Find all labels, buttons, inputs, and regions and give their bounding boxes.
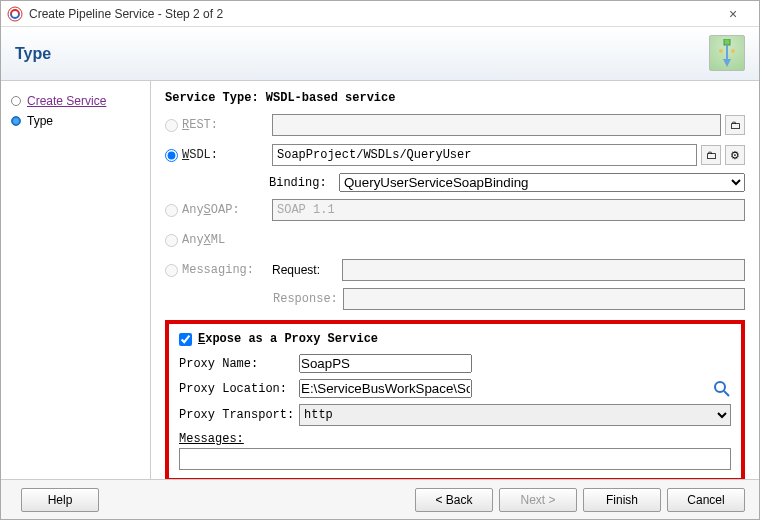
- proxy-transport-row: Proxy Transport: http: [179, 404, 731, 426]
- step-dot-icon: [11, 96, 21, 106]
- sidebar-item-label: Type: [27, 114, 53, 128]
- expose-label: Expose as a Proxy Service: [198, 332, 378, 346]
- anysoap-radio: [165, 204, 178, 217]
- app-icon: [7, 6, 23, 22]
- response-label: Response:: [273, 292, 343, 306]
- browse-icon[interactable]: 🗀: [725, 115, 745, 135]
- proxy-name-input[interactable]: [299, 354, 472, 373]
- proxy-location-row: Proxy Location:: [179, 379, 731, 398]
- sidebar: Create Service Type: [1, 81, 151, 479]
- svg-point-4: [719, 49, 723, 53]
- expose-row: Expose as a Proxy Service: [179, 332, 731, 346]
- anysoap-input: [272, 199, 745, 221]
- anysoap-label: Any SOAP:: [182, 203, 272, 217]
- banner: Type: [1, 27, 759, 81]
- back-button[interactable]: < Back: [415, 488, 493, 512]
- rest-input: [272, 114, 721, 136]
- cancel-button[interactable]: Cancel: [667, 488, 745, 512]
- search-icon[interactable]: [713, 380, 731, 398]
- proxy-name-row: Proxy Name:: [179, 354, 731, 373]
- sidebar-item-type[interactable]: Type: [1, 111, 150, 131]
- request-label: Request:: [272, 263, 342, 277]
- footer: Help < Back Next > Finish Cancel: [1, 479, 759, 519]
- proxy-location-label: Proxy Location:: [179, 382, 299, 396]
- browse-icon[interactable]: 🗀: [701, 145, 721, 165]
- gear-icon[interactable]: ⚙: [725, 145, 745, 165]
- proxy-name-label: Proxy Name:: [179, 357, 299, 371]
- svg-line-7: [724, 391, 729, 396]
- wsdl-input[interactable]: [272, 144, 697, 166]
- svg-point-6: [715, 382, 725, 392]
- rest-radio: [165, 119, 178, 132]
- messages-row: Messages:: [179, 432, 731, 446]
- messages-area: [179, 448, 731, 470]
- help-button[interactable]: Help: [21, 488, 99, 512]
- banner-title: Type: [15, 45, 51, 63]
- anyxml-radio: [165, 234, 178, 247]
- binding-row: Binding: QueryUserServiceSoapBinding: [269, 173, 745, 192]
- anyxml-row: Any XML: [165, 228, 745, 252]
- step-dot-icon: [11, 116, 21, 126]
- response-row: Response:: [273, 288, 745, 310]
- response-input: [343, 288, 745, 310]
- request-input: [342, 259, 745, 281]
- messaging-radio: [165, 264, 178, 277]
- anyxml-label: Any XML: [182, 233, 272, 247]
- sidebar-item-create-service[interactable]: Create Service: [1, 91, 150, 111]
- messaging-row: Messaging: Request:: [165, 258, 745, 282]
- finish-button[interactable]: Finish: [583, 488, 661, 512]
- proxy-location-input[interactable]: [299, 379, 472, 398]
- expose-checkbox[interactable]: [179, 333, 192, 346]
- service-type-heading: Service Type: WSDL-based service: [165, 91, 745, 105]
- next-button: Next >: [499, 488, 577, 512]
- svg-marker-3: [723, 59, 731, 67]
- titlebar: Create Pipeline Service - Step 2 of 2 ×: [1, 1, 759, 27]
- pipeline-icon: [709, 35, 745, 71]
- dialog-window: Create Pipeline Service - Step 2 of 2 × …: [0, 0, 760, 520]
- rest-label: REST:: [182, 118, 272, 132]
- close-button[interactable]: ×: [713, 6, 753, 22]
- svg-point-5: [731, 49, 735, 53]
- wsdl-label: WSDL:: [182, 148, 272, 162]
- window-title: Create Pipeline Service - Step 2 of 2: [29, 7, 713, 21]
- binding-select[interactable]: QueryUserServiceSoapBinding: [339, 173, 745, 192]
- binding-label: Binding:: [269, 176, 339, 190]
- proxy-transport-label: Proxy Transport:: [179, 408, 299, 422]
- sidebar-item-label: Create Service: [27, 94, 106, 108]
- content-panel: Service Type: WSDL-based service REST: 🗀…: [151, 81, 759, 479]
- wsdl-row: WSDL: 🗀 ⚙: [165, 143, 745, 167]
- svg-rect-1: [724, 39, 730, 45]
- proxy-section-highlight: Expose as a Proxy Service Proxy Name: Pr…: [165, 320, 745, 479]
- messages-label: Messages:: [179, 432, 299, 446]
- wsdl-radio[interactable]: [165, 149, 178, 162]
- body: Create Service Type Service Type: WSDL-b…: [1, 81, 759, 479]
- messaging-label: Messaging:: [182, 263, 272, 277]
- rest-row: REST: 🗀: [165, 113, 745, 137]
- proxy-transport-select[interactable]: http: [299, 404, 731, 426]
- anysoap-row: Any SOAP:: [165, 198, 745, 222]
